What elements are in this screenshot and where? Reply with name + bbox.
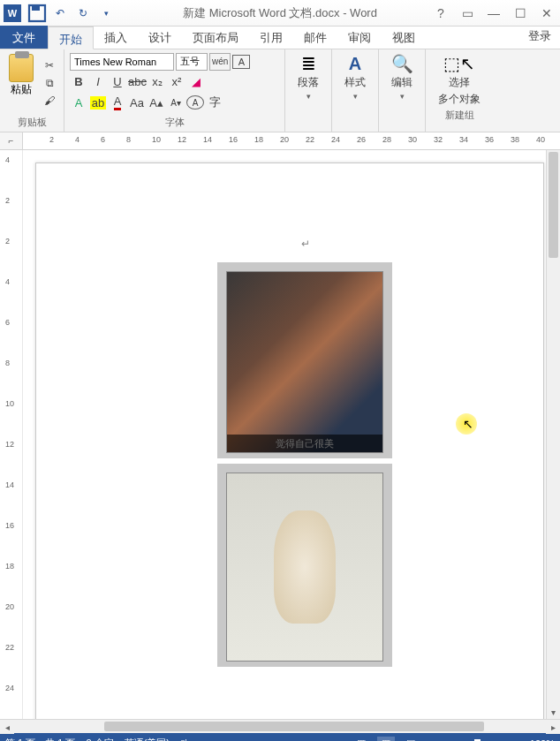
horizontal-scroll-thumb[interactable] bbox=[104, 722, 484, 731]
vertical-scrollbar[interactable]: ▴ ▾ bbox=[546, 150, 560, 719]
status-bar: 第 1 页，共 1 页 0 个字 英语(美国) �഻ ▥ ▦ ▤ − + 100… bbox=[0, 733, 560, 741]
cursor-icon: ↖ bbox=[463, 417, 473, 431]
svg-rect-1 bbox=[32, 5, 40, 11]
grow-font-icon[interactable]: A▴ bbox=[148, 94, 165, 111]
redo-icon[interactable]: ↻ bbox=[72, 3, 94, 24]
shrink-font-icon[interactable]: A▾ bbox=[167, 94, 185, 111]
scroll-left-icon[interactable]: ◂ bbox=[0, 720, 14, 734]
font-color-icon[interactable]: A bbox=[109, 94, 126, 111]
select-objects-icon: ⬚↖ bbox=[449, 54, 470, 73]
image-1[interactable]: 觉得自己很美 bbox=[226, 271, 383, 453]
title-bar: W ↶ ↻ ▾ 新建 Microsoft Word 文档.docx - Word… bbox=[0, 0, 560, 26]
paragraph-icon: ≣ bbox=[298, 54, 319, 73]
tab-home[interactable]: 开始 bbox=[48, 26, 94, 49]
font-size-select[interactable] bbox=[176, 53, 208, 71]
subscript-button[interactable]: x₂ bbox=[148, 73, 166, 91]
editing-button[interactable]: 🔍 编辑 ▾ bbox=[384, 52, 420, 102]
paste-icon bbox=[9, 54, 34, 82]
sign-in-link[interactable]: 登录 bbox=[519, 24, 560, 49]
group-styles: A 样式 ▾ bbox=[332, 49, 379, 132]
group-font: wén A B I U abc x₂ x² ◢ A ab A Aa A▴ A▾ … bbox=[64, 49, 285, 132]
word-app-icon: W bbox=[4, 4, 21, 22]
character-border-icon[interactable]: A bbox=[232, 55, 250, 69]
vertical-ruler[interactable]: 4224681012141618202224 bbox=[0, 150, 23, 719]
tab-references[interactable]: 引用 bbox=[249, 26, 293, 49]
clear-formatting-icon[interactable]: ◢ bbox=[187, 73, 205, 91]
vertical-scroll-thumb[interactable] bbox=[549, 152, 558, 258]
tab-insert[interactable]: 插入 bbox=[94, 26, 138, 49]
qat-customize-icon[interactable]: ▾ bbox=[95, 3, 117, 24]
scroll-right-icon[interactable]: ▸ bbox=[546, 720, 560, 734]
minimize-icon[interactable]: — bbox=[481, 2, 507, 25]
document-page[interactable]: ↵ 觉得自己很美 bbox=[35, 163, 544, 719]
image-1-frame[interactable]: 觉得自己很美 bbox=[217, 262, 392, 458]
maximize-icon[interactable]: ☐ bbox=[507, 2, 534, 25]
superscript-button[interactable]: x² bbox=[168, 73, 185, 91]
horizontal-scrollbar[interactable]: ◂ ▸ bbox=[0, 719, 560, 733]
ruler-corner[interactable]: ⌐ bbox=[0, 132, 23, 149]
group-paragraph: ≣ 段落 ▾ bbox=[285, 49, 332, 132]
image-2-frame[interactable] bbox=[217, 464, 392, 667]
group-clipboard: 粘贴 ✂ ⧉ 🖌 剪贴板 bbox=[0, 49, 64, 132]
bold-button[interactable]: B bbox=[70, 73, 87, 91]
paragraph-mark: ↵ bbox=[301, 238, 310, 250]
styles-icon: A bbox=[344, 54, 366, 73]
undo-icon[interactable]: ↶ bbox=[49, 3, 71, 24]
tab-mailings[interactable]: 邮件 bbox=[293, 26, 337, 49]
quick-access-toolbar: ↶ ↻ ▾ bbox=[26, 3, 117, 24]
help-icon[interactable]: ? bbox=[428, 2, 454, 25]
zoom-out-icon[interactable]: − bbox=[427, 738, 432, 742]
page-count[interactable]: 第 1 页，共 1 页 bbox=[5, 737, 75, 741]
read-mode-icon[interactable]: ▥ bbox=[352, 737, 370, 742]
tab-view[interactable]: 视图 bbox=[382, 26, 426, 49]
ribbon-tabs: 文件 开始 插入 设计 页面布局 引用 邮件 审阅 视图 登录 bbox=[0, 26, 560, 49]
group-editing: 🔍 编辑 ▾ bbox=[379, 49, 426, 132]
close-icon[interactable]: ✕ bbox=[534, 2, 560, 25]
page-viewport[interactable]: ↵ 觉得自己很美 ↖ bbox=[23, 150, 546, 719]
character-shading-icon[interactable]: 字 bbox=[206, 94, 223, 111]
format-painter-icon[interactable]: 🖌 bbox=[41, 93, 58, 109]
change-case-icon[interactable]: Aa bbox=[128, 94, 146, 111]
phonetic-guide-icon[interactable]: wén bbox=[209, 53, 231, 71]
italic-button[interactable]: I bbox=[89, 73, 107, 91]
window-title: 新建 Microsoft Word 文档.docx - Word bbox=[183, 5, 377, 21]
highlight-icon[interactable]: ab bbox=[89, 94, 107, 111]
underline-button[interactable]: U bbox=[109, 73, 126, 91]
cut-icon[interactable]: ✂ bbox=[41, 57, 58, 73]
new-group-label: 新建组 bbox=[431, 109, 488, 122]
scroll-down-icon[interactable]: ▾ bbox=[547, 705, 560, 719]
ribbon-display-icon[interactable]: ▭ bbox=[454, 2, 481, 25]
paste-label: 粘贴 bbox=[11, 82, 32, 97]
paragraph-button[interactable]: ≣ 段落 ▾ bbox=[291, 52, 326, 102]
print-layout-icon[interactable]: ▦ bbox=[377, 737, 395, 742]
styles-button[interactable]: A 样式 ▾ bbox=[337, 52, 373, 102]
text-effects-icon[interactable]: A bbox=[70, 94, 87, 111]
tab-layout[interactable]: 页面布局 bbox=[182, 26, 249, 49]
enclose-char-icon[interactable]: A bbox=[186, 95, 204, 110]
insert-mode-icon[interactable]: �഻ bbox=[180, 738, 191, 742]
find-icon: 🔍 bbox=[391, 54, 412, 73]
tab-design[interactable]: 设计 bbox=[138, 26, 182, 49]
horizontal-ruler[interactable]: ⌐ 246810121416182022242628303234363840 bbox=[0, 132, 560, 150]
tab-file[interactable]: 文件 bbox=[0, 26, 48, 49]
language[interactable]: 英语(美国) bbox=[125, 737, 170, 741]
image-2[interactable] bbox=[226, 473, 383, 662]
paste-button[interactable]: 粘贴 bbox=[5, 52, 37, 114]
font-name-select[interactable] bbox=[70, 53, 174, 71]
zoom-level[interactable]: 100% bbox=[530, 738, 555, 742]
word-count[interactable]: 0 个字 bbox=[86, 737, 113, 741]
copy-icon[interactable]: ⧉ bbox=[41, 75, 58, 91]
strikethrough-button[interactable]: abc bbox=[128, 73, 147, 91]
font-group-label: 字体 bbox=[70, 114, 279, 129]
tab-review[interactable]: 审阅 bbox=[337, 26, 382, 49]
clipboard-group-label: 剪贴板 bbox=[5, 114, 58, 129]
image-1-caption: 觉得自己很美 bbox=[227, 437, 382, 450]
zoom-in-icon[interactable]: + bbox=[517, 738, 522, 742]
select-multiple-objects-button[interactable]: ⬚↖ 选择 多个对象 bbox=[431, 52, 488, 109]
web-layout-icon[interactable]: ▤ bbox=[402, 737, 420, 742]
ribbon: 粘贴 ✂ ⧉ 🖌 剪贴板 wén A B I U abc x₂ x² ◢ A bbox=[0, 49, 560, 132]
window-controls: ? ▭ — ☐ ✕ bbox=[428, 2, 560, 25]
group-select-objects: ⬚↖ 选择 多个对象 新建组 bbox=[426, 49, 493, 132]
document-area: 4224681012141618202224 ↵ 觉得自己很美 ↖ ▴ ▾ bbox=[0, 150, 560, 719]
save-icon[interactable] bbox=[26, 3, 48, 24]
